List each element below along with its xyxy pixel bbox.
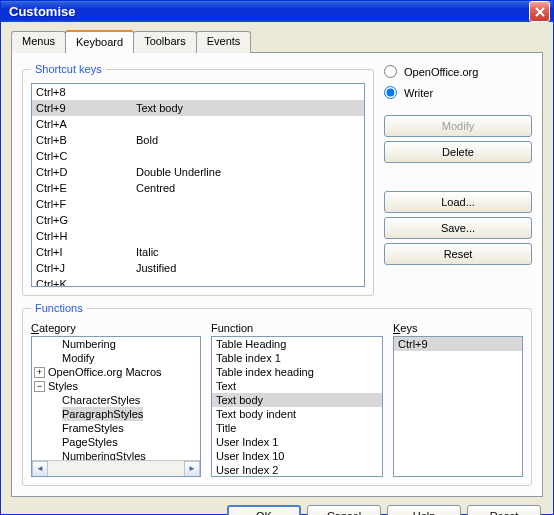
load-button[interactable]: Load... xyxy=(384,191,532,213)
tab-toolbars[interactable]: Toolbars xyxy=(133,31,197,53)
tree-row[interactable]: NumberingStyles xyxy=(32,449,200,460)
scroll-right-icon[interactable]: ► xyxy=(184,461,200,477)
scope-writer-radio[interactable] xyxy=(384,86,397,99)
shortcut-function: Italic xyxy=(136,245,360,259)
shortcut-key: Ctrl+I xyxy=(36,245,136,259)
shortcut-function xyxy=(136,229,360,243)
shortcut-row[interactable]: Ctrl+JJustified xyxy=(32,260,364,276)
function-row[interactable]: User Index 1 xyxy=(212,435,382,449)
shortcut-row[interactable]: Ctrl+DDouble Underline xyxy=(32,164,364,180)
shortcut-key: Ctrl+B xyxy=(36,133,136,147)
functions-legend: Functions xyxy=(31,302,87,314)
dialog-reset-button[interactable]: Reset xyxy=(467,505,541,515)
function-row[interactable]: Text body xyxy=(212,393,382,407)
shortcut-row[interactable]: Ctrl+H xyxy=(32,228,364,244)
tree-label: Styles xyxy=(48,379,78,393)
shortcut-row[interactable]: Ctrl+IItalic xyxy=(32,244,364,260)
shortcut-row[interactable]: Ctrl+C xyxy=(32,148,364,164)
shortcut-key: Ctrl+9 xyxy=(36,101,136,115)
shortcut-function xyxy=(136,149,360,163)
function-row[interactable]: Title xyxy=(212,421,382,435)
tree-label: OpenOffice.org Macros xyxy=(48,365,162,379)
shortcut-function: Justified xyxy=(136,261,360,275)
right-column: OpenOffice.org Writer Modify Delete Load… xyxy=(384,63,532,296)
shortcut-row[interactable]: Ctrl+K xyxy=(32,276,364,287)
close-button[interactable] xyxy=(529,1,550,22)
delete-button[interactable]: Delete xyxy=(384,141,532,163)
scope-writer[interactable]: Writer xyxy=(384,84,532,101)
function-row[interactable]: User Index 10 xyxy=(212,449,382,463)
shortcut-key: Ctrl+K xyxy=(36,277,136,287)
shortcut-row[interactable]: Ctrl+BBold xyxy=(32,132,364,148)
shortcut-key: Ctrl+A xyxy=(36,117,136,131)
tree-row[interactable]: CharacterStyles xyxy=(32,393,200,407)
shortcut-function xyxy=(136,277,360,287)
tree-label: NumberingStyles xyxy=(62,449,146,460)
category-hscrollbar[interactable]: ◄ ► xyxy=(32,460,200,476)
tab-panel-keyboard: Shortcut keys Ctrl+8Ctrl+9Text bodyCtrl+… xyxy=(11,52,543,497)
tree-row[interactable]: PageStyles xyxy=(32,435,200,449)
category-tree[interactable]: NumberingModify+OpenOffice.org Macros−St… xyxy=(31,336,201,477)
shortcut-row[interactable]: Ctrl+ECentred xyxy=(32,180,364,196)
tab-menus[interactable]: Menus xyxy=(11,31,66,53)
tab-events[interactable]: Events xyxy=(196,31,252,53)
tree-row[interactable]: ParagraphStyles xyxy=(32,407,200,421)
shortcut-key: Ctrl+J xyxy=(36,261,136,275)
shortcut-keys-group: Shortcut keys Ctrl+8Ctrl+9Text bodyCtrl+… xyxy=(22,63,374,296)
tree-label: Numbering xyxy=(62,337,116,351)
shortcut-key: Ctrl+G xyxy=(36,213,136,227)
close-icon xyxy=(535,7,545,17)
shortcut-row[interactable]: Ctrl+9Text body xyxy=(32,100,364,116)
tree-row[interactable]: Modify xyxy=(32,351,200,365)
keys-list[interactable]: Ctrl+9 xyxy=(393,336,523,477)
tree-row[interactable]: −Styles xyxy=(32,379,200,393)
dialog-button-row: OK Cancel Help Reset xyxy=(11,497,543,515)
save-button[interactable]: Save... xyxy=(384,217,532,239)
collapse-icon[interactable]: − xyxy=(34,381,45,392)
function-row[interactable]: User Index 2 xyxy=(212,463,382,477)
tree-label: FrameStyles xyxy=(62,421,124,435)
functions-group: Functions Category NumberingModify+OpenO… xyxy=(22,302,532,486)
shortcut-function xyxy=(136,117,360,131)
tab-strip: Menus Keyboard Toolbars Events xyxy=(11,30,543,52)
shortcut-row[interactable]: Ctrl+G xyxy=(32,212,364,228)
shortcut-keys-list[interactable]: Ctrl+8Ctrl+9Text bodyCtrl+ACtrl+BBoldCtr… xyxy=(31,83,365,287)
ok-button[interactable]: OK xyxy=(227,505,301,515)
customise-dialog: Customise Menus Keyboard Toolbars Events… xyxy=(0,0,554,515)
expand-icon[interactable]: + xyxy=(34,367,45,378)
keys-row[interactable]: Ctrl+9 xyxy=(394,337,522,351)
shortcut-key: Ctrl+C xyxy=(36,149,136,163)
scope-openoffice-radio[interactable] xyxy=(384,65,397,78)
shortcut-function xyxy=(136,85,360,99)
shortcut-row[interactable]: Ctrl+A xyxy=(32,116,364,132)
keys-label: Keys xyxy=(393,322,523,334)
function-list[interactable]: Table HeadingTable index 1Table index he… xyxy=(211,336,383,477)
tree-label: ParagraphStyles xyxy=(62,407,143,421)
cancel-button[interactable]: Cancel xyxy=(307,505,381,515)
tree-row[interactable]: Numbering xyxy=(32,337,200,351)
reset-button[interactable]: Reset xyxy=(384,243,532,265)
shortcut-row[interactable]: Ctrl+8 xyxy=(32,84,364,100)
help-button[interactable]: Help xyxy=(387,505,461,515)
shortcut-key: Ctrl+8 xyxy=(36,85,136,99)
category-label: Category xyxy=(31,322,201,334)
function-row[interactable]: Text body indent xyxy=(212,407,382,421)
scope-openoffice[interactable]: OpenOffice.org xyxy=(384,63,532,80)
shortcut-row[interactable]: Ctrl+F xyxy=(32,196,364,212)
shortcut-key: Ctrl+H xyxy=(36,229,136,243)
shortcut-function: Double Underline xyxy=(136,165,360,179)
tab-keyboard[interactable]: Keyboard xyxy=(65,30,134,52)
scroll-left-icon[interactable]: ◄ xyxy=(32,461,48,477)
modify-button[interactable]: Modify xyxy=(384,115,532,137)
shortcut-function: Centred xyxy=(136,181,360,195)
tree-row[interactable]: +OpenOffice.org Macros xyxy=(32,365,200,379)
shortcut-function: Bold xyxy=(136,133,360,147)
function-row[interactable]: Table index heading xyxy=(212,365,382,379)
function-row[interactable]: Text xyxy=(212,379,382,393)
dialog-content: Menus Keyboard Toolbars Events Shortcut … xyxy=(1,22,553,515)
tree-row[interactable]: FrameStyles xyxy=(32,421,200,435)
function-row[interactable]: Table Heading xyxy=(212,337,382,351)
function-row[interactable]: Table index 1 xyxy=(212,351,382,365)
function-label: Function xyxy=(211,322,383,334)
shortcut-function xyxy=(136,197,360,211)
